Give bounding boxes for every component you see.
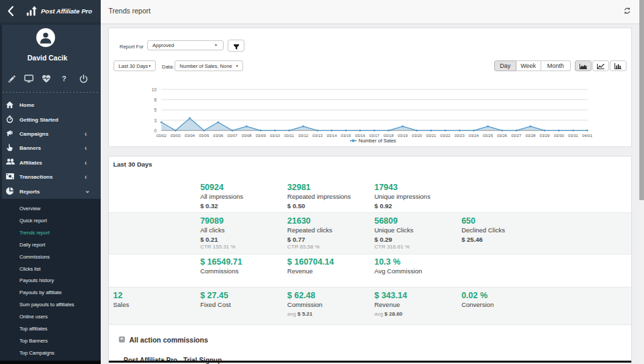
svg-text:03/08: 03/08 bbox=[242, 134, 252, 138]
svg-text:03/02: 03/02 bbox=[156, 134, 167, 138]
svg-text:03/14: 03/14 bbox=[326, 134, 337, 138]
svg-text:10: 10 bbox=[152, 87, 157, 92]
svg-text:03/22: 03/22 bbox=[441, 134, 451, 138]
svg-text:0: 0 bbox=[154, 128, 156, 133]
svg-text:03/18: 03/18 bbox=[383, 134, 394, 138]
svg-text:3: 3 bbox=[154, 118, 156, 123]
svg-text:03/06: 03/06 bbox=[213, 134, 224, 138]
svg-text:03/16: 03/16 bbox=[355, 134, 366, 138]
svg-text:03/31: 03/31 bbox=[568, 134, 579, 138]
svg-text:03/30: 03/30 bbox=[554, 134, 565, 138]
svg-text:03/20: 03/20 bbox=[412, 134, 422, 138]
svg-text:03/25: 03/25 bbox=[483, 134, 494, 138]
svg-text:03/27: 03/27 bbox=[511, 134, 522, 138]
svg-text:03/29: 03/29 bbox=[540, 134, 551, 138]
svg-text:03/23: 03/23 bbox=[455, 134, 465, 138]
svg-text:03/05: 03/05 bbox=[199, 134, 210, 138]
svg-text:03/17: 03/17 bbox=[369, 134, 380, 138]
svg-text:04/01: 04/01 bbox=[582, 134, 593, 138]
svg-text:8: 8 bbox=[154, 97, 156, 102]
svg-text:03/26: 03/26 bbox=[497, 134, 508, 138]
svg-text:03/04: 03/04 bbox=[185, 134, 195, 138]
svg-text:03/19: 03/19 bbox=[398, 134, 408, 138]
svg-text:03/12: 03/12 bbox=[298, 134, 309, 138]
svg-text:03/03: 03/03 bbox=[171, 134, 181, 138]
svg-text:03/13: 03/13 bbox=[312, 134, 323, 138]
svg-text:03/07: 03/07 bbox=[227, 134, 238, 138]
svg-text:Number of Sales: Number of Sales bbox=[359, 138, 396, 144]
svg-text:03/21: 03/21 bbox=[426, 134, 436, 138]
svg-text:03/11: 03/11 bbox=[284, 134, 294, 138]
svg-text:5: 5 bbox=[154, 107, 156, 112]
svg-text:03/10: 03/10 bbox=[270, 134, 281, 138]
svg-text:03/09: 03/09 bbox=[256, 134, 267, 138]
svg-text:03/28: 03/28 bbox=[525, 134, 536, 138]
svg-text:03/24: 03/24 bbox=[469, 134, 479, 138]
svg-text:03/15: 03/15 bbox=[341, 134, 352, 138]
